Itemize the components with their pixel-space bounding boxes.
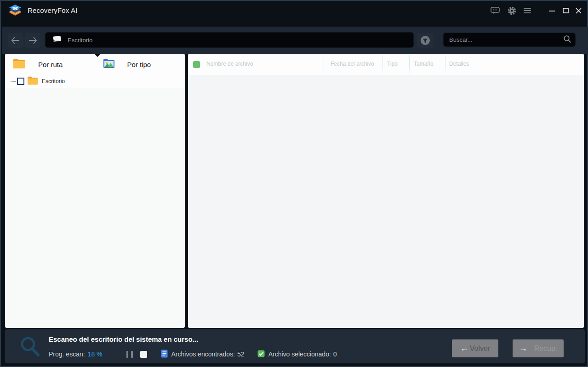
- minimize-button[interactable]: [545, 5, 558, 17]
- search-icon[interactable]: [563, 35, 571, 45]
- tab-by-path-label: Por ruta: [38, 61, 63, 68]
- column-separator: [445, 55, 445, 74]
- tree-item-label: Escritorio: [42, 78, 65, 85]
- back-button-label: Volver: [470, 344, 490, 353]
- column-header-date[interactable]: Fecha del archivo: [331, 61, 374, 67]
- left-arrow-icon: ←: [460, 344, 469, 353]
- folder-icon: [27, 76, 39, 87]
- column-header-details[interactable]: Detalles: [449, 61, 469, 67]
- drive-icon: [51, 35, 62, 45]
- feedback-icon[interactable]: [490, 6, 501, 16]
- right-arrow-icon: →: [519, 344, 528, 353]
- tab-by-path[interactable]: Por ruta: [5, 54, 95, 75]
- close-button[interactable]: [572, 5, 585, 17]
- settings-gear-icon[interactable]: [506, 6, 517, 16]
- app-window: RecoveryFox AI: [0, 0, 588, 367]
- menu-icon[interactable]: [522, 6, 533, 16]
- progress-label: Prog. escan:: [49, 350, 85, 358]
- select-all-checkbox[interactable]: [193, 61, 200, 68]
- progress-value: 18 %: [88, 350, 103, 358]
- maximize-button[interactable]: [559, 5, 572, 17]
- back-arrow-button[interactable]: [8, 33, 23, 48]
- path-input[interactable]: [68, 37, 389, 44]
- selected-files-label: Archivo seleccionado:: [268, 350, 331, 358]
- selected-files-icon: [257, 350, 265, 359]
- tree-item-escritorio[interactable]: Escritorio: [5, 75, 185, 88]
- scanning-magnifier-icon: [19, 335, 42, 360]
- search-input[interactable]: [449, 36, 563, 43]
- files-found-value: 52: [237, 350, 245, 358]
- scan-status-row: Prog. escan: 18 % Archivos encontrados: …: [49, 350, 337, 359]
- tab-divider-notch: [94, 54, 101, 57]
- table-header: Nombre de archivo Fecha del archivo Tipo…: [188, 54, 584, 75]
- recover-button-label: Recup.: [534, 344, 558, 353]
- back-button[interactable]: ← Volver: [452, 339, 498, 357]
- status-bar: Escaneo del escritorio del sistema en cu…: [5, 329, 585, 363]
- path-field[interactable]: [45, 32, 414, 48]
- search-field[interactable]: [443, 33, 576, 47]
- column-header-name[interactable]: Nombre de archivo: [206, 61, 253, 67]
- scan-status-title: Escaneo del escritorio del sistema en cu…: [49, 335, 198, 343]
- tree-connector: [10, 81, 16, 82]
- pause-button[interactable]: [126, 351, 133, 358]
- recover-button[interactable]: → Recup.: [513, 339, 564, 357]
- selected-files-value: 0: [333, 350, 337, 358]
- tree-item-checkbox[interactable]: [17, 78, 24, 85]
- navigation-bar: [2, 27, 588, 54]
- app-logo-icon: [7, 3, 23, 19]
- app-title: RecoveryFox AI: [28, 6, 78, 14]
- stop-button[interactable]: [140, 351, 147, 358]
- column-separator: [409, 55, 410, 74]
- files-found-label: Archivos encontrados:: [171, 350, 235, 358]
- image-type-icon: [103, 58, 115, 71]
- files-found-icon: [161, 350, 168, 359]
- column-header-size[interactable]: Tamaño: [414, 61, 434, 67]
- tab-by-type[interactable]: Por tipo: [95, 54, 185, 75]
- folder-icon: [12, 58, 26, 71]
- column-separator: [382, 55, 383, 74]
- tree-panel: Por ruta Por tipo: [5, 54, 185, 328]
- column-separator: [324, 55, 324, 74]
- tab-by-type-label: Por tipo: [127, 61, 151, 68]
- forward-arrow-button[interactable]: [25, 33, 40, 48]
- file-list-panel: Nombre de archivo Fecha del archivo Tipo…: [188, 54, 584, 328]
- filter-icon[interactable]: [417, 33, 434, 48]
- title-bar: RecoveryFox AI: [1, 1, 587, 27]
- column-header-type[interactable]: Tipo: [387, 61, 398, 67]
- table-body-empty: [188, 75, 584, 328]
